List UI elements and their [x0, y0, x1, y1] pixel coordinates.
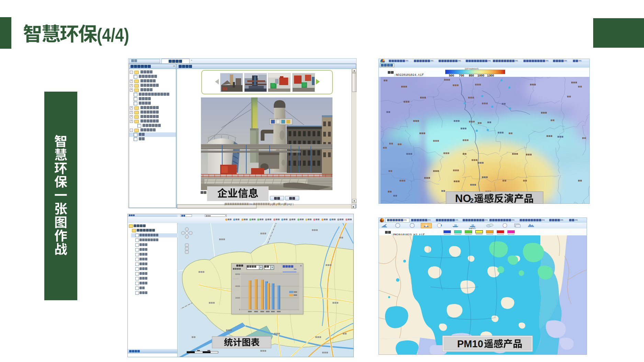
svg-text:NO: NO	[455, 192, 471, 203]
svg-text:20000: 20000	[235, 297, 240, 299]
svg-text:40000: 40000	[235, 285, 240, 287]
svg-text:60000: 60000	[235, 273, 240, 275]
svg-text:(4/4): (4/4)	[97, 24, 129, 46]
svg-text:2: 2	[470, 197, 474, 203]
svg-text:0: 0	[239, 308, 240, 311]
svg-text:PM10: PM10	[457, 338, 483, 349]
